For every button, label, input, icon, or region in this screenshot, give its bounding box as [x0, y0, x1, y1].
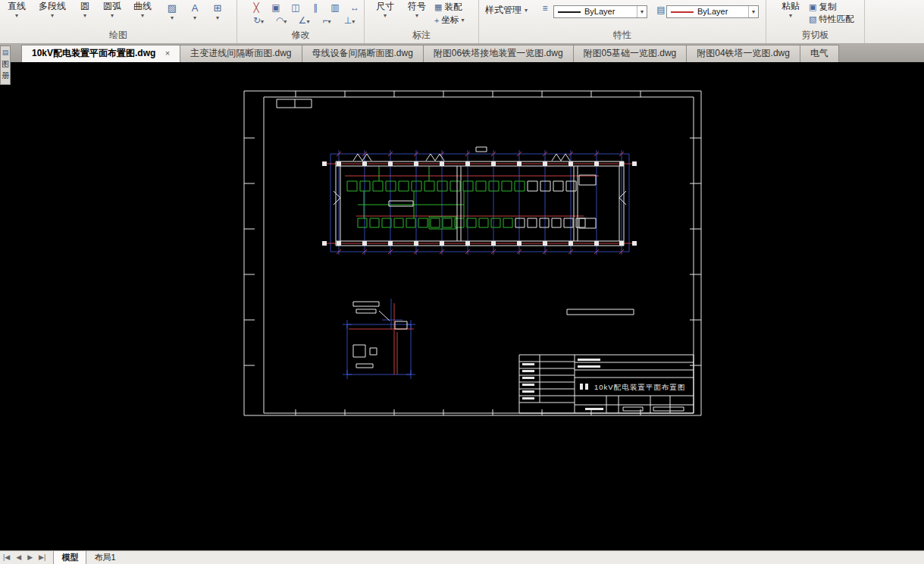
green-layer [347, 166, 525, 229]
dropdown-arrow-icon: ▾ [32, 12, 73, 19]
document-tab[interactable]: 10kV配电装置平面布置图.dwg × [21, 45, 180, 62]
document-tab[interactable]: 母线设备间隔断面图.dwg [302, 45, 424, 62]
paste-button[interactable]: 粘贴 ▾ [775, 1, 806, 19]
properties-panel-label: 特性 [479, 29, 766, 42]
hatch-icon: ▨ [162, 2, 182, 15]
text-button[interactable]: A ▾ [185, 2, 205, 26]
dropdown-arrow-icon: ▾ [74, 12, 96, 19]
copy-icon: ▣ [809, 2, 816, 12]
nav-last-icon[interactable]: ▶| [36, 551, 49, 564]
document-tab[interactable]: 主变进线间隔断面图.dwg [180, 45, 302, 62]
dimension-button[interactable]: 尺寸 ▾ [372, 1, 398, 19]
grid-icon: ⊞ [208, 2, 227, 15]
style-manager-button[interactable]: 样式管理 ▾ [485, 4, 528, 17]
assembly-icon: ▦ [434, 2, 442, 12]
dropdown-arrow-icon: ▾ [404, 12, 430, 19]
array-icon[interactable]: ▥ [327, 2, 343, 14]
symbol-button[interactable]: 符号 ▾ [404, 1, 430, 19]
move-icon[interactable]: ↔ [346, 2, 363, 14]
dropdown-arrow-icon: ▾ [162, 15, 182, 21]
dropdown-arrow-icon[interactable]: ▾ [748, 6, 758, 17]
column-marks [322, 161, 637, 246]
arc-button[interactable]: 圆弧 ▾ [97, 1, 127, 19]
extend-icon[interactable]: ⊥▾ [339, 15, 360, 27]
text-icon: A [185, 2, 205, 15]
door-marks [353, 154, 570, 161]
assembly-button[interactable]: ▦ 装配 [434, 2, 462, 13]
layout-tab-bar: |◀ ◀ ▶ ▶| 模型 布局1 [0, 550, 924, 564]
side-panel-tab[interactable]: ▤ 图 册 [0, 45, 11, 85]
title-block-title: 10kV配电装置平面布置图 [594, 383, 685, 391]
polyline-button[interactable]: 多段线 ▾ [32, 1, 73, 19]
menu-icon[interactable]: ≡ [537, 3, 553, 14]
clipboard-panel: 粘贴 ▾ ▣ 复制 ▧ 特性匹配 剪切板 [766, 0, 865, 43]
erase-icon[interactable]: ╳ [248, 2, 265, 14]
nav-first-icon[interactable]: |◀ [0, 551, 13, 564]
blue-layer [330, 150, 629, 379]
mirror-icon[interactable]: ◫ [287, 2, 304, 14]
dropdown-arrow-icon: ▾ [97, 12, 127, 19]
coordinate-button[interactable]: + 坐标 ▾ [434, 14, 464, 26]
dropdown-arrow-icon[interactable]: ▾ [637, 6, 647, 17]
document-tab-bar: 10kV配电装置平面布置图.dwg × 主变进线间隔断面图.dwg 母线设备间隔… [0, 44, 924, 62]
white-layer [244, 91, 701, 415]
linetype-swatch [671, 11, 694, 13]
annotate-panel-label: 标注 [365, 29, 478, 42]
modify-panel-label: 修改 [237, 29, 364, 42]
grid-button[interactable]: ⊞ ▾ [208, 2, 227, 26]
close-icon[interactable]: × [165, 49, 170, 58]
plan-details [389, 147, 634, 315]
match-properties-button[interactable]: ▧ 特性匹配 [809, 14, 854, 25]
drawing-frame [244, 91, 701, 415]
line-button[interactable]: 直线 ▾ [2, 1, 32, 19]
model-tab[interactable]: 模型 [53, 551, 86, 564]
curve-button[interactable]: 曲线 ▾ [127, 1, 158, 19]
white-fill-layer: 10kV配电装置平面布置图 [322, 161, 685, 410]
dropdown-arrow-icon: ▾ [185, 15, 205, 21]
dropdown-arrow-icon: ▾ [372, 12, 398, 19]
circle-button[interactable]: 圆 ▾ [74, 1, 96, 19]
color-swatch [558, 11, 581, 13]
frame-ticks [244, 91, 701, 415]
draw-panel-label: 绘图 [0, 29, 236, 42]
nav-prev-icon[interactable]: ◀ [13, 551, 24, 564]
panel-sheet-icon: ▤ [2, 48, 9, 58]
copy-button[interactable]: ▣ 复制 [809, 2, 836, 13]
linetype-combo[interactable]: ByLayer ▾ [666, 5, 759, 18]
document-tab[interactable]: 电气 [800, 45, 839, 62]
match-properties-icon: ▧ [809, 14, 816, 24]
ribbon: 直线 ▾ 多段线 ▾ 圆 ▾ 圆弧 ▾ 曲线 ▾ ▨ ▾ A ▾ ⊞ ▾ [0, 0, 924, 44]
copy-icon[interactable]: ▣ [268, 2, 284, 14]
modify-panel: ╳ ▣ ◫ ∥ ▥ ↔ ↻▾ ◠▾ ∠▾ ⌐▾ ⊥▾ 修改 [237, 0, 365, 43]
drawing-canvas[interactable]: 10kV配电装置平面布置图 [0, 62, 924, 550]
hatch-button[interactable]: ▨ ▾ [162, 2, 182, 26]
dropdown-arrow-icon: ▾ [2, 12, 32, 19]
dropdown-arrow-icon: ▾ [208, 15, 227, 21]
nav-next-icon[interactable]: ▶ [24, 551, 36, 564]
coordinate-icon: + [434, 16, 439, 25]
layout1-tab[interactable]: 布局1 [86, 551, 123, 564]
offset-icon[interactable]: ∥ [307, 2, 324, 14]
white-equipment-cells [515, 181, 585, 227]
chamfer-icon[interactable]: ∠▾ [293, 15, 315, 27]
color-combo[interactable]: ByLayer ▾ [553, 5, 647, 18]
draw-panel: 直线 ▾ 多段线 ▾ 圆 ▾ 圆弧 ▾ 曲线 ▾ ▨ ▾ A ▾ ⊞ ▾ [0, 0, 237, 43]
rotate-icon[interactable]: ↻▾ [248, 15, 269, 27]
document-tab[interactable]: 附图06铁塔接地装置一览图.dwg [423, 45, 574, 62]
dropdown-arrow-icon: ▾ [775, 12, 806, 19]
properties-panel: 样式管理 ▾ ≡ ByLayer ▾ ▤ ByLayer ▾ 特性 [479, 0, 766, 43]
trim-icon[interactable]: ⌐▾ [316, 15, 337, 27]
break-marks [334, 191, 626, 205]
dropdown-arrow-icon: ▾ [525, 7, 528, 14]
dropdown-arrow-icon: ▾ [461, 17, 464, 24]
clipboard-panel-label: 剪切板 [766, 29, 864, 42]
document-tab[interactable]: 附图04铁塔一览图.dwg [686, 45, 800, 62]
document-tab[interactable]: 附图05基础一览图.dwg [573, 45, 688, 62]
cad-drawing: 10kV配电装置平面布置图 [0, 62, 924, 550]
detail-view [353, 302, 407, 368]
dropdown-arrow-icon: ▾ [127, 12, 158, 19]
annotate-panel: 尺寸 ▾ 符号 ▾ ▦ 装配 + 坐标 ▾ 标注 [365, 0, 479, 43]
fillet-icon[interactable]: ◠▾ [271, 15, 292, 27]
